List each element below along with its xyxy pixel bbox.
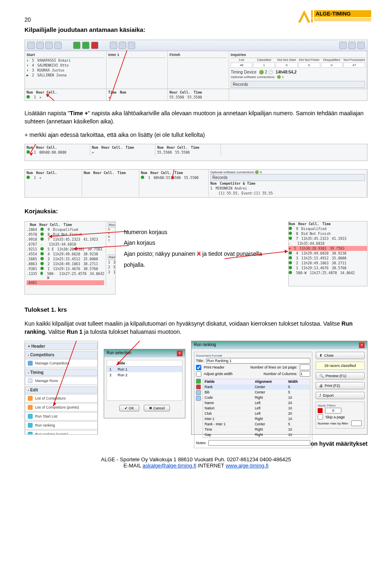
website-link[interactable]: www.alge-timing.fi [226, 462, 269, 469]
run-2-row[interactable]: 2Run 2 [107, 372, 182, 378]
ok-button[interactable]: ✔ OK [119, 405, 140, 411]
alge-logo: ALGE-TIMING [298, 10, 372, 24]
col-inter1: Inter 1 [108, 52, 166, 58]
col-inquiries: Inquiries [231, 52, 365, 58]
close-icon[interactable]: × [177, 351, 183, 356]
label-ajan-poisto: Ajan poisto; näkyy punainen X ja tiedot … [124, 248, 280, 270]
preview-button[interactable]: 🔍 Preview (F1) [316, 372, 365, 380]
heading-korjauksia: Korjauksia: [24, 208, 368, 214]
list-competitors-points-button[interactable]: List of Competitors (points) [25, 403, 98, 411]
records-header-2: Records [210, 174, 365, 181]
run-ranking-points-button[interactable]: Run ranking (points) [25, 430, 98, 435]
svg-text:ALGE-TIMING: ALGE-TIMING [316, 11, 351, 17]
run-start-list-button[interactable]: Run Start List [25, 412, 98, 420]
screenshot-row-2: NumHour Cell. 1+ NumHour Cell.Time NumHo… [24, 169, 368, 198]
title-input[interactable] [206, 358, 310, 364]
panel-timing: - Timing [25, 369, 98, 376]
print-header-checkbox[interactable] [196, 365, 201, 370]
opt-conn-2: Optional software connections 🟢 0 [210, 170, 365, 174]
move-up-icon[interactable] [196, 390, 201, 395]
move-down-icon[interactable] [196, 396, 201, 401]
email-link[interactable]: askalge@alge-timing.fi [143, 462, 196, 469]
panel-edit: - Edit [25, 387, 98, 393]
footer: ALGE - Sportele Oy Valkokuja 1 88610 Vuo… [24, 456, 368, 469]
heading-kasiaika: Kilpailijalle joudutaan antamaan käsiaik… [24, 26, 368, 33]
svg-marker-20 [285, 250, 288, 253]
close-icon[interactable]: × [359, 342, 365, 348]
screenshot-timing-main: Start ⬇5VAHAPASSI Oskari ⬇4SALMENKIVI Ot… [24, 40, 368, 101]
label-ajan-korjaus: Ajan korjaus [124, 237, 280, 248]
para-plus-merkki: + merkki ajan edessä tarkoittaa, että ai… [24, 131, 368, 139]
opt-conn-label: Optional software connections [231, 75, 274, 79]
run-selection-title: Run selection [107, 351, 131, 356]
run-selection-dialog: Run selection× Title 1Run 1 2Run 2 ✔ OK … [104, 349, 185, 418]
svg-rect-6 [314, 19, 371, 20]
col-finish: Finish [169, 52, 227, 58]
svg-rect-2 [311, 10, 313, 18]
clock: 14h48:54,2 [276, 70, 296, 74]
panel-competitors: - Competitors [25, 351, 98, 358]
adjust-grids-checkbox[interactable] [196, 371, 201, 377]
korjauksia-container: NumHour Cell.Time .20649Disqualified .95… [24, 221, 368, 295]
svg-marker-0 [298, 10, 310, 22]
toolbar [25, 40, 367, 51]
screenshot-competitors-panel: + Header - Competitors Manage Competitor… [24, 341, 98, 435]
para-tulokset: Kun kaikki kilpailijat ovat tulleet maal… [24, 319, 368, 336]
notes-label: Notes [196, 441, 206, 445]
para-time-plus: Lisätään napista "Time +" napista aika l… [24, 109, 368, 126]
remove-field-icon[interactable] [196, 384, 201, 389]
manage-competitors-button[interactable]: Manage Competitors [25, 359, 98, 367]
apply-filters-label: Apply Filters [318, 404, 363, 407]
manage-runs-button[interactable]: 🕐Manage Runs [25, 377, 98, 385]
svg-rect-1 [311, 18, 313, 22]
add-field-icon[interactable] [196, 379, 201, 384]
inquiries-grid: ListClassifiedDid Not StartDid Not Finis… [231, 58, 365, 68]
list-competitors-button[interactable]: List of Competitors [25, 394, 98, 402]
col-start: Start [27, 52, 105, 58]
doc-format-label: Document Format [196, 354, 310, 357]
export-button[interactable]: ⤴ Export [316, 392, 365, 399]
print-button[interactable]: 🖨 Print (F2) [316, 382, 365, 389]
panel-header: + Header [25, 343, 98, 350]
records-header: Records [231, 81, 365, 88]
svg-rect-5 [314, 18, 371, 19]
timing-device-label: Timing Device [231, 70, 256, 74]
label-numeron-korjaus: Numeron korjaus [124, 227, 280, 238]
svg-rect-7 [314, 20, 371, 21]
run-ranking-dialog: Run ranking× Document Format Title: Prin… [191, 341, 368, 435]
filter-value-input[interactable] [325, 408, 341, 413]
cancel-button[interactable]: ✖ Cancel [144, 405, 170, 411]
run-1-row[interactable]: 1Run 1 [107, 366, 182, 372]
screenshot-row-1: NumHour Cell. 100h00:00.0000 NumHour Cel… [24, 144, 368, 161]
close-button[interactable]: ⬆ Close [316, 352, 365, 359]
skip-page-checkbox[interactable] [318, 414, 323, 420]
heading-tulokset: Tulokset 1. krs [24, 306, 368, 313]
run-ranking-title: Run ranking [194, 342, 216, 348]
title-label: Title: [196, 359, 204, 363]
run-ranking-button[interactable]: Run ranking [25, 421, 98, 429]
classified-label: 29 racers classified [316, 362, 365, 370]
